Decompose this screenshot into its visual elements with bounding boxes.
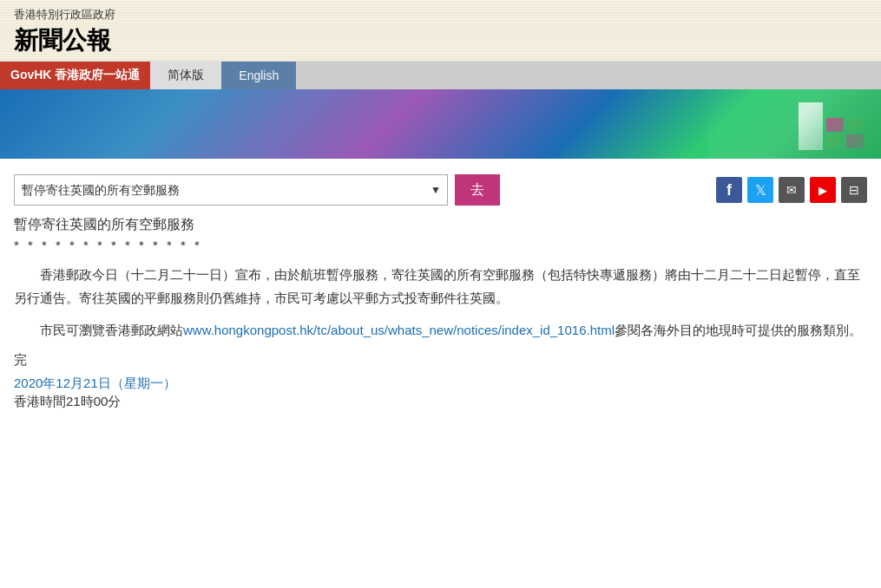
press-release-select[interactable]: 暫停寄往英國的所有空郵服務 (14, 174, 448, 206)
banner (0, 89, 881, 159)
article-date: 2020年12月21日（星期一） (14, 376, 867, 392)
twitter-icon[interactable]: 𝕏 (747, 177, 773, 203)
article: 暫停寄往英國的所有空郵服務 * * * * * * * * * * * * * … (14, 216, 867, 410)
search-select-wrapper: 暫停寄往英國的所有空郵服務 (14, 174, 448, 206)
article-paragraph-1: 香港郵政今日（十二月二十一日）宣布，由於航班暫停服務，寄往英國的所有空郵服務（包… (14, 263, 867, 310)
nav-lang-switcher: 简体版 English (150, 62, 296, 89)
email-icon[interactable]: ✉ (779, 177, 805, 203)
nav-simplified-link[interactable]: 简体版 (150, 62, 221, 89)
main-content: 暫停寄往英國的所有空郵服務 去 f 𝕏 ✉ ▶ ⊟ 暫停寄往英國的所有空郵服務 … (0, 159, 881, 419)
print-icon[interactable]: ⊟ (841, 177, 867, 203)
page-header: 香港特別行政區政府 新聞公報 (0, 0, 881, 62)
go-button[interactable]: 去 (455, 174, 500, 206)
nav-govhk-link[interactable]: GovHK 香港政府一站通 (0, 62, 150, 89)
facebook-icon[interactable]: f (716, 177, 742, 203)
header-title: 新聞公報 (14, 24, 867, 57)
paragraph2-suffix: 參閱各海外目的地現時可提供的服務類別。 (615, 323, 862, 337)
youtube-icon[interactable]: ▶ (810, 177, 836, 203)
article-paragraph-2: 市民可瀏覽香港郵政網站www.hongkongpost.hk/tc/about_… (14, 318, 867, 342)
article-end: 完 (14, 352, 867, 369)
nav-english-link[interactable]: English (221, 62, 296, 89)
nav-bar: GovHK 香港政府一站通 简体版 English (0, 62, 881, 89)
banner-decoration (799, 94, 864, 150)
article-body: 香港郵政今日（十二月二十一日）宣布，由於航班暫停服務，寄往英國的所有空郵服務（包… (14, 263, 867, 342)
search-bar-row: 暫停寄往英國的所有空郵服務 去 f 𝕏 ✉ ▶ ⊟ (14, 174, 867, 206)
header-subtitle: 香港特別行政區政府 (14, 7, 867, 23)
article-stars: * * * * * * * * * * * * * * (14, 238, 867, 252)
article-link[interactable]: www.hongkongpost.hk/tc/about_us/whats_ne… (183, 323, 615, 337)
paragraph2-prefix: 市民可瀏覽香港郵政網站 (40, 323, 183, 337)
article-title: 暫停寄往英國的所有空郵服務 (14, 216, 867, 234)
social-icons: f 𝕏 ✉ ▶ ⊟ (716, 177, 867, 203)
article-time: 香港時間21時00分 (14, 394, 867, 410)
